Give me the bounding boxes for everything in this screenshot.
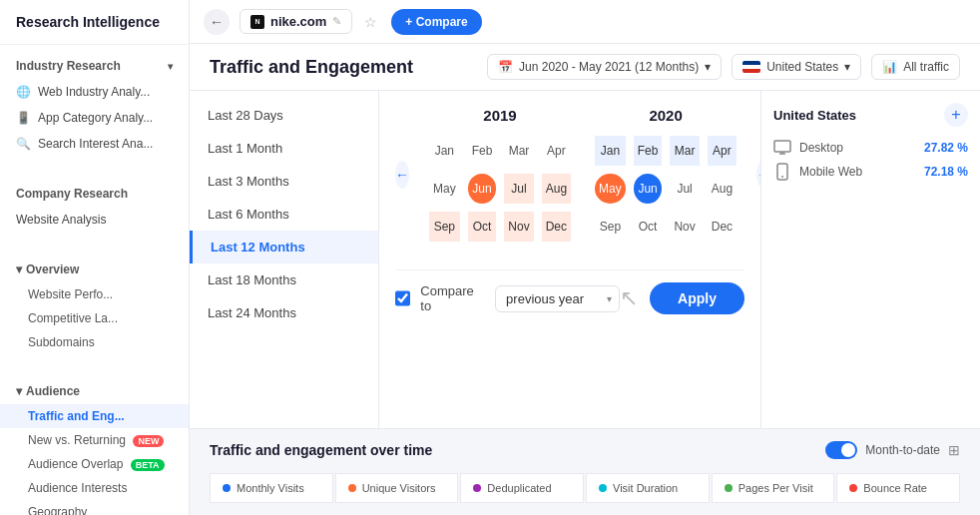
cal-month-dec-2019[interactable]: Dec — [542, 212, 571, 242]
cal-right-year: 2020 — [595, 107, 736, 124]
chevron-down-icon: ▾ — [168, 61, 173, 72]
add-comparison-button[interactable]: + — [944, 103, 968, 127]
metric-dot-duration — [599, 484, 607, 492]
cal-month-jul-2019[interactable]: Jul — [504, 174, 533, 204]
site-name: nike.com — [270, 14, 326, 29]
cal-month-oct-2019[interactable]: Oct — [468, 212, 497, 242]
cal-month-jul-2020[interactable]: Jul — [670, 174, 699, 204]
cursor-indicator: ↖ — [620, 285, 638, 311]
sidebar-group-audience[interactable]: ▾ Audience — [0, 378, 189, 404]
calendar-panel: ← 2019 Jan Feb Mar Apr May — [379, 91, 760, 428]
cal-month-jan-2019[interactable]: Jan — [429, 136, 460, 166]
beta-badge: BETA — [131, 459, 165, 471]
cal-month-aug-2019[interactable]: Aug — [542, 174, 571, 204]
desktop-label: Desktop — [799, 141, 916, 155]
right-panel-header: United States + — [773, 103, 968, 127]
sidebar-item-web-industry[interactable]: 🌐 Web Industry Analy... — [0, 79, 189, 105]
sidebar-item-new-returning[interactable]: New vs. Returning NEW — [0, 428, 189, 452]
sidebar-item-geography[interactable]: Geography — [0, 500, 189, 515]
desktop-row: Desktop 27.82 % — [773, 139, 968, 157]
chevron-down-icon: ▾ — [16, 262, 22, 276]
cal-month-oct-2020[interactable]: Oct — [634, 212, 663, 242]
sidebar-item-traffic-eng[interactable]: Traffic and Eng... — [0, 404, 189, 428]
cal-month-feb-2020[interactable]: Feb — [634, 136, 663, 166]
cal-month-apr-2020[interactable]: Apr — [708, 136, 736, 166]
cal-month-dec-2020[interactable]: Dec — [708, 212, 736, 242]
cal-month-sep-2019[interactable]: Sep — [429, 212, 460, 242]
sidebar-item-audience-interests[interactable]: Audience Interests — [0, 476, 189, 500]
edit-icon[interactable]: ✎ — [332, 15, 341, 28]
cal-month-nov-2020[interactable]: Nov — [670, 212, 699, 242]
cal-month-mar-2019[interactable]: Mar — [504, 136, 533, 166]
cal-month-jun-2020[interactable]: Jun — [634, 174, 663, 204]
metric-dot-unique — [348, 484, 356, 492]
compare-row: Compare to previous year previous period… — [395, 283, 620, 313]
star-icon[interactable]: ☆ — [364, 14, 377, 30]
sidebar-item-subdomains[interactable]: Subdomains — [0, 330, 189, 354]
period-last-18m[interactable]: Last 18 Months — [190, 263, 378, 296]
compare-button[interactable]: + Compare — [391, 9, 481, 35]
mobile-row: Mobile Web 72.18 % — [773, 163, 968, 181]
new-badge: NEW — [133, 435, 164, 447]
sidebar-item-audience-overlap[interactable]: Audience Overlap BETA — [0, 452, 189, 476]
cal-month-sep-2020[interactable]: Sep — [595, 212, 626, 242]
compare-checkbox[interactable] — [395, 290, 410, 306]
period-dropdown: Last 28 Days Last 1 Month Last 3 Months … — [190, 91, 379, 428]
sidebar-group-overview[interactable]: ▾ Overview — [0, 257, 189, 282]
search-icon: 🔍 — [16, 137, 30, 151]
compare-select[interactable]: previous year previous period custom — [495, 285, 620, 312]
sidebar: Research Intelligence Industry Research … — [0, 0, 190, 515]
chevron-down-icon: ▾ — [844, 60, 850, 74]
compare-label: Compare to — [420, 283, 485, 313]
mobile-icon — [773, 163, 791, 181]
country-button[interactable]: United States ▾ — [732, 54, 861, 80]
traffic-button[interactable]: 📊 All traffic — [871, 54, 960, 80]
period-last-28[interactable]: Last 28 Days — [190, 99, 378, 132]
sidebar-group-industry[interactable]: Industry Research ▾ — [0, 53, 189, 79]
cal-month-aug-2020[interactable]: Aug — [708, 174, 736, 204]
period-last-3m[interactable]: Last 3 Months — [190, 165, 378, 198]
desktop-percentage: 27.82 % — [924, 141, 968, 155]
cal-month-may-2019[interactable]: May — [429, 174, 460, 204]
cal-month-jan-2020[interactable]: Jan — [595, 136, 626, 166]
globe-icon: 🌐 — [16, 85, 30, 99]
page-header: Traffic and Engagement 📅 Jun 2020 - May … — [190, 44, 980, 91]
metric-monthly-visits: Monthly Visits — [210, 473, 333, 503]
sidebar-group-company[interactable]: Company Research — [0, 181, 189, 207]
back-button[interactable]: ← — [204, 9, 230, 35]
period-last-6m[interactable]: Last 6 Months — [190, 198, 378, 231]
cal-month-nov-2019[interactable]: Nov — [504, 212, 533, 242]
sidebar-item-website-perf[interactable]: Website Perfo... — [0, 282, 189, 306]
calendar-bottom: Compare to previous year previous period… — [395, 269, 744, 314]
apply-button[interactable]: Apply — [650, 282, 744, 314]
content-area: Last 28 Days Last 1 Month Last 3 Months … — [190, 91, 980, 428]
cal-month-feb-2019[interactable]: Feb — [468, 136, 497, 166]
excel-export-icon[interactable]: ⊞ — [948, 442, 960, 458]
month-to-date-toggle[interactable] — [825, 441, 857, 459]
sidebar-item-website-analysis[interactable]: Website Analysis — [0, 207, 189, 233]
cal-month-jun-2019[interactable]: Jun — [468, 174, 497, 204]
header-controls: 📅 Jun 2020 - May 2021 (12 Months) ▾ Unit… — [487, 54, 960, 80]
top-bar: ← N nike.com ✎ ☆ + Compare — [190, 0, 980, 44]
period-last-24m[interactable]: Last 24 Months — [190, 296, 378, 329]
site-pill[interactable]: N nike.com ✎ — [240, 9, 352, 34]
period-last-1m[interactable]: Last 1 Month — [190, 132, 378, 165]
metrics-row: Monthly Visits Unique Visitors Deduplica… — [210, 473, 960, 503]
calendar-icon: 📅 — [498, 60, 513, 74]
sidebar-item-app-category[interactable]: 📱 App Category Analy... — [0, 105, 189, 131]
cal-prev-button[interactable]: ← — [395, 161, 409, 189]
date-range-button[interactable]: 📅 Jun 2020 - May 2021 (12 Months) ▾ — [487, 54, 722, 80]
cal-month-apr-2019[interactable]: Apr — [542, 136, 571, 166]
cal-month-may-2020[interactable]: May — [595, 174, 626, 204]
metric-visit-duration: Visit Duration — [586, 473, 710, 503]
cal-month-mar-2020[interactable]: Mar — [670, 136, 699, 166]
calendars: 2019 Jan Feb Mar Apr May Jun Jul Aug — [429, 107, 736, 242]
sidebar-item-competitive[interactable]: Competitive La... — [0, 306, 189, 330]
sidebar-item-search-interest[interactable]: 🔍 Search Interest Ana... — [0, 131, 189, 157]
svg-rect-0 — [774, 141, 790, 152]
toggle-thumb — [841, 443, 855, 457]
svg-point-2 — [781, 176, 783, 178]
cal-right-months: Jan Feb Mar Apr May Jun Jul Aug Sep Oc — [595, 136, 736, 242]
period-last-12m[interactable]: Last 12 Months — [190, 231, 378, 263]
calendar-2019: 2019 Jan Feb Mar Apr May Jun Jul Aug — [429, 107, 571, 242]
